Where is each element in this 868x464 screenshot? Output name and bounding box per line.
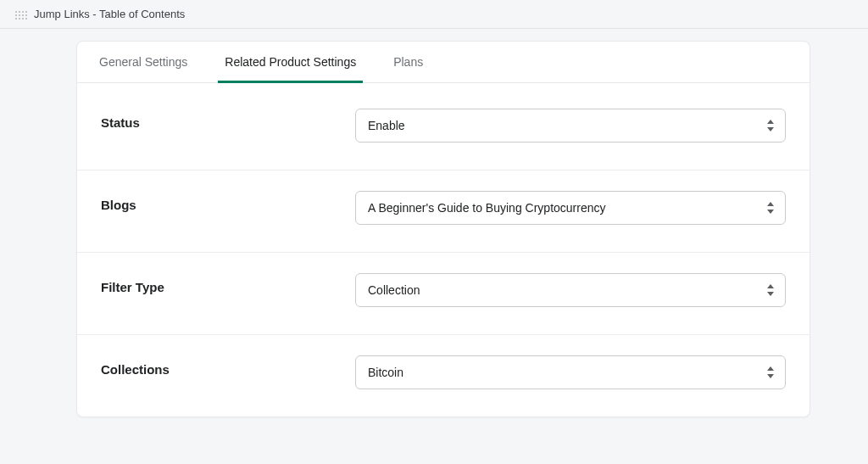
select-caret-icon	[766, 366, 775, 378]
select-caret-icon	[766, 120, 775, 131]
row-blogs: Blogs A Beginner's Guide to Buying Crypt…	[77, 171, 810, 253]
row-status: Status Enable	[77, 88, 810, 171]
select-filter-type[interactable]: Collection	[355, 273, 786, 307]
tab-label: Related Product Settings	[225, 55, 356, 69]
select-caret-icon	[766, 284, 775, 296]
label-status: Status	[101, 109, 355, 130]
select-value: Bitcoin	[368, 366, 403, 379]
select-value: Collection	[368, 283, 420, 297]
row-collections: Collections Bitcoin	[77, 335, 810, 416]
control-collections: Bitcoin	[355, 355, 786, 389]
select-caret-icon	[766, 202, 775, 214]
titlebar: Jump Links - Table of Contents	[0, 0, 868, 29]
tabs-bar: General Settings Related Product Setting…	[77, 42, 810, 83]
tab-label: Plans	[393, 55, 423, 69]
label-collections: Collections	[101, 355, 355, 377]
select-value: Enable	[368, 119, 405, 132]
page-body: General Settings Related Product Setting…	[0, 29, 868, 417]
select-status[interactable]: Enable	[355, 109, 786, 143]
row-filter-type: Filter Type Collection	[77, 253, 810, 335]
control-status: Enable	[355, 109, 786, 143]
tab-related-product-settings[interactable]: Related Product Settings	[218, 42, 363, 83]
tab-general-settings[interactable]: General Settings	[92, 42, 194, 83]
page-title: Jump Links - Table of Contents	[34, 8, 185, 20]
tab-label: General Settings	[99, 55, 187, 69]
control-filter-type: Collection	[355, 273, 786, 307]
drag-grip-icon	[14, 9, 27, 20]
select-value: A Beginner's Guide to Buying Cryptocurre…	[368, 201, 606, 215]
settings-card: General Settings Related Product Setting…	[76, 41, 810, 417]
select-collections[interactable]: Bitcoin	[355, 355, 786, 389]
control-blogs: A Beginner's Guide to Buying Cryptocurre…	[355, 191, 786, 225]
select-blogs[interactable]: A Beginner's Guide to Buying Cryptocurre…	[355, 191, 786, 225]
tab-plans[interactable]: Plans	[387, 42, 430, 83]
label-blogs: Blogs	[101, 191, 355, 212]
label-filter-type: Filter Type	[101, 273, 355, 294]
form-section: Status Enable Blogs A Beginner's Guide t…	[77, 83, 810, 416]
